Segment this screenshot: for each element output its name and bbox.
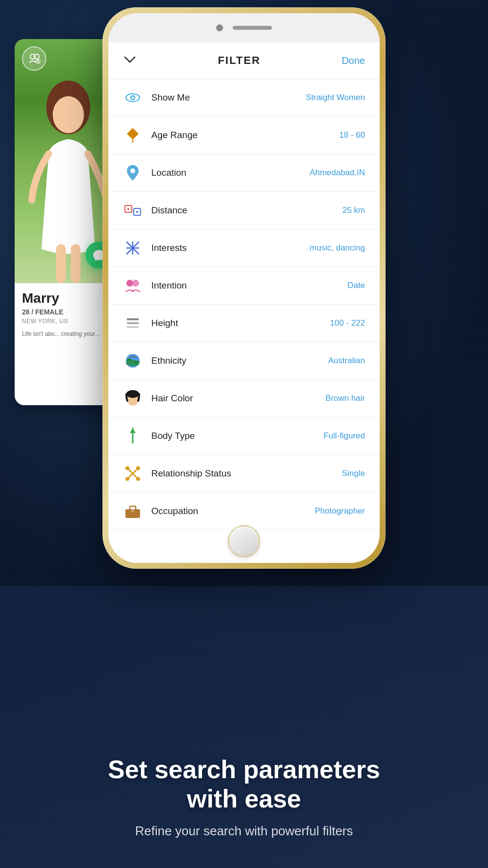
filter-row-hair-color[interactable]: Hair Color Brown hair [108, 380, 380, 417]
phone-top-bar [108, 13, 380, 42]
distance-value: 25 km [343, 206, 365, 215]
body-type-icon [123, 426, 142, 446]
relationship-status-icon [123, 464, 142, 483]
occupation-icon [123, 501, 142, 521]
intention-value: Date [347, 281, 365, 290]
hair-color-icon [123, 389, 142, 408]
height-label: Height [151, 318, 330, 329]
location-icon [123, 163, 142, 183]
ethnicity-label: Ethnicity [151, 355, 328, 366]
intention-label: Intention [151, 280, 347, 291]
interests-icon [123, 238, 142, 258]
filter-row-distance[interactable]: Distance 25 km [108, 192, 380, 229]
svg-marker-10 [127, 128, 139, 140]
back-button[interactable] [123, 52, 137, 69]
filter-header: FILTER Done [108, 42, 380, 79]
show-me-value: Straight Women [305, 93, 365, 103]
interests-value: music, dancing [310, 243, 365, 253]
filter-row-height[interactable]: Height 100 - 222 [108, 305, 380, 342]
relationship-status-value: Single [342, 469, 365, 478]
filter-screen: FILTER Done [108, 42, 380, 563]
profile-location: NEW YORK, US [22, 318, 115, 325]
filter-row-interests[interactable]: Interests music, dancing [108, 229, 380, 267]
height-icon [123, 313, 142, 333]
occupation-value: Photographer [315, 506, 365, 516]
svg-point-31 [125, 477, 129, 481]
intention-icon [123, 276, 142, 295]
distance-label: Distance [151, 205, 343, 216]
svg-rect-2 [56, 244, 66, 283]
body-type-value: Full-figured [324, 431, 365, 441]
svg-point-1 [53, 96, 84, 133]
filter-row-location[interactable]: Location Ahmedabad,IN [108, 154, 380, 192]
done-button[interactable]: Done [342, 55, 365, 66]
hair-color-label: Hair Color [151, 393, 325, 404]
phone-speaker [233, 26, 272, 30]
filter-row-ethnicity[interactable]: Ethnicity Australian [108, 342, 380, 380]
show-me-icon [123, 88, 142, 107]
body-type-label: Body Type [151, 431, 324, 441]
svg-rect-20 [127, 318, 139, 320]
profile-age-gender: 28 / FEMALE [22, 308, 115, 316]
ethnicity-value: Australian [328, 356, 365, 366]
age-range-icon [123, 125, 142, 145]
svg-point-9 [132, 97, 134, 99]
filter-row-intention[interactable]: Intention Date [108, 267, 380, 305]
phone-screen-container: FILTER Done [108, 13, 380, 563]
svg-point-29 [125, 466, 129, 470]
svg-point-24 [126, 360, 140, 366]
svg-rect-3 [71, 244, 81, 283]
svg-point-30 [136, 466, 140, 470]
location-value: Ahmedabad,IN [310, 168, 365, 178]
age-range-value: 18 - 60 [339, 130, 365, 140]
show-me-label: Show Me [151, 92, 305, 103]
phone-camera [216, 24, 223, 31]
filter-row-occupation[interactable]: Occupation Photographer [108, 493, 380, 530]
phone-device: FILTER Done [102, 7, 386, 569]
occupation-label: Occupation [151, 506, 315, 517]
profile-name: Marry [22, 290, 115, 306]
svg-point-18 [126, 280, 133, 287]
filter-row-show-me[interactable]: Show Me Straight Women [108, 79, 380, 117]
svg-point-16 [136, 211, 138, 213]
svg-point-12 [130, 168, 135, 173]
hair-color-value: Brown hair [325, 393, 365, 403]
profile-settings-icon[interactable] [22, 46, 46, 71]
filter-row-age-range[interactable]: Age Range 18 - 60 [108, 117, 380, 154]
svg-point-19 [132, 280, 139, 287]
bottom-text-section: Set search parameters with ease Refine y… [0, 599, 488, 868]
svg-point-32 [136, 477, 140, 481]
distance-icon [123, 201, 142, 220]
location-label: Location [151, 167, 310, 178]
svg-rect-22 [127, 326, 139, 328]
height-value: 100 - 222 [330, 318, 365, 328]
svg-marker-28 [130, 428, 136, 433]
ethnicity-icon [123, 351, 142, 371]
svg-point-26 [126, 390, 139, 398]
home-button[interactable] [228, 525, 260, 557]
filter-row-body-type[interactable]: Body Type Full-figured [108, 417, 380, 455]
subheadline-text: Refine your search with powerful filters [135, 824, 353, 839]
filter-title: FILTER [218, 54, 260, 67]
filter-list: Show Me Straight Women Age Ran [108, 79, 380, 560]
interests-label: Interests [151, 243, 310, 253]
phone-screen: FILTER Done [108, 42, 380, 563]
svg-point-14 [127, 208, 129, 210]
svg-rect-35 [131, 509, 134, 512]
headline-text: Set search parameters with ease [108, 755, 380, 814]
age-range-label: Age Range [151, 130, 339, 141]
filter-row-relationship-status[interactable]: Relationship Status Single [108, 455, 380, 493]
phone-frame: FILTER Done [102, 7, 386, 569]
relationship-status-label: Relationship Status [151, 468, 342, 479]
profile-bio: Life isn't abo... creating your... [22, 330, 115, 338]
svg-rect-21 [127, 322, 139, 324]
